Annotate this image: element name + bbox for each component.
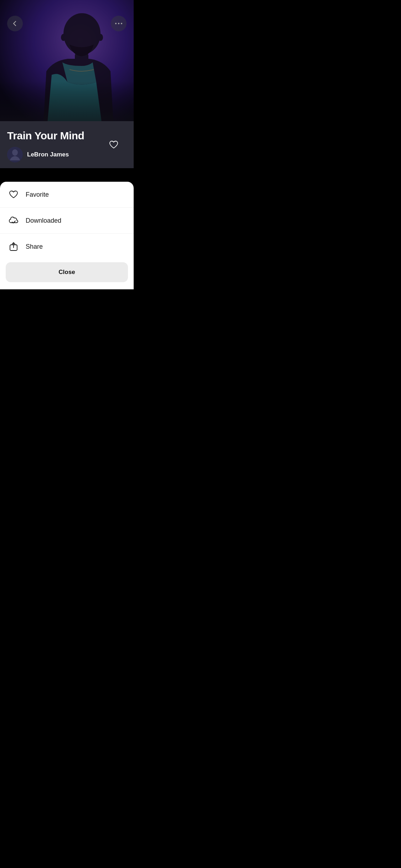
downloaded-label: Downloaded bbox=[26, 217, 61, 224]
share-icon bbox=[9, 242, 19, 252]
favorite-sheet-item[interactable]: Favorite bbox=[0, 182, 134, 208]
downloaded-sheet-item[interactable]: Downloaded bbox=[0, 208, 134, 234]
favorite-button[interactable] bbox=[108, 139, 119, 150]
bottom-sheet: Favorite Downloaded Share Close bbox=[0, 182, 134, 289]
overlay-scrim bbox=[0, 0, 134, 121]
share-label: Share bbox=[26, 243, 43, 250]
share-sheet-item[interactable]: Share bbox=[0, 234, 134, 259]
episode-info: Train Your Mind LeBron James bbox=[0, 121, 134, 168]
svg-point-10 bbox=[12, 149, 18, 156]
author-avatar bbox=[7, 147, 23, 162]
favorite-label: Favorite bbox=[26, 191, 49, 198]
cloud-check-icon bbox=[9, 216, 19, 226]
author-name: LeBron James bbox=[27, 151, 69, 158]
close-button[interactable]: Close bbox=[6, 262, 128, 282]
heart-icon bbox=[9, 190, 19, 200]
